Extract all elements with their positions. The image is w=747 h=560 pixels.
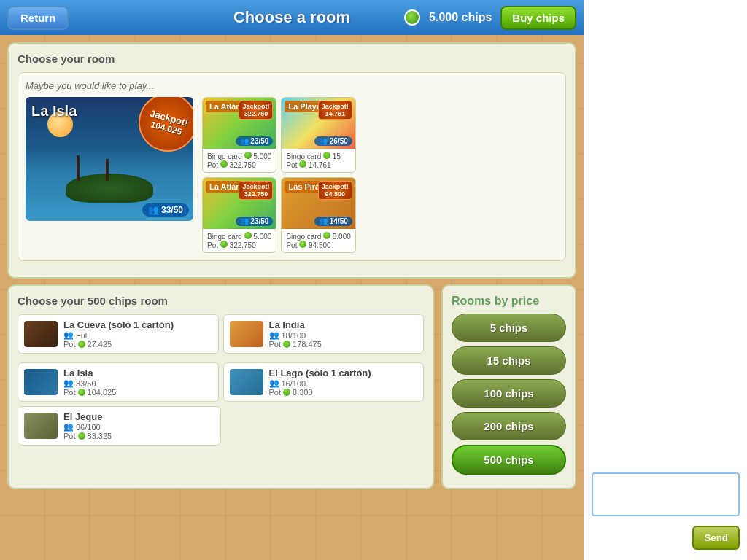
palm-icon-2 — [106, 159, 109, 181]
room-card-2[interactable]: La Atlántida Jackpot! 322.750 👥 23/50 Bi… — [202, 177, 276, 253]
featured-inner: La Isla 👥 33/50 Jackpot! 104.025 — [26, 97, 558, 253]
room-name: El Jeque — [63, 411, 214, 422]
room-thumbnail — [24, 369, 58, 395]
room-info: La Cueva (sólo 1 cartón) 👥 Full Pot 27.4… — [63, 319, 212, 349]
room-pot: Pot 83.325 — [63, 432, 214, 440]
room-list-item-4[interactable]: El Jeque 👥 36/100 Pot 83.325 — [18, 406, 221, 446]
send-button[interactable]: Send — [692, 526, 740, 550]
featured-room-name: La Isla — [31, 103, 77, 120]
chips-icon — [404, 9, 420, 26]
room-thumbnail — [24, 413, 58, 439]
right-panel: Send — [584, 0, 747, 560]
pot-chip-icon — [78, 341, 85, 348]
room-pot: Pot 178.475 — [269, 340, 418, 349]
players-icon: 👥 — [63, 422, 74, 432]
pot-value: 83.325 — [88, 432, 112, 440]
room-card-jackpot: Jackpot! 94.500 — [318, 181, 352, 200]
left-panel: Choose your room Maybe you would like to… — [7, 42, 576, 553]
room-players: 👥 18/100 — [269, 330, 418, 340]
room-name: La Cueva (sólo 1 cartón) — [63, 319, 212, 330]
page-title: Choose a room — [233, 8, 350, 27]
featured-section: Maybe you would like to play... La Isla … — [18, 72, 566, 261]
room-card-jackpot: Jackpot! 14.761 — [318, 101, 352, 120]
palm-icon-1 — [77, 155, 80, 181]
room-card-players: 👥 23/50 — [236, 217, 274, 226]
buy-chips-button[interactable]: Buy chips — [500, 6, 576, 30]
room-card-players: 👥 14/50 — [314, 217, 352, 226]
chips-room-section: Choose your 500 chips room La Cueva (sól… — [7, 284, 434, 489]
price-button-1[interactable]: 15 chips — [452, 346, 566, 375]
players-icon: 👥 — [269, 330, 279, 340]
room-card-jackpot: Jackpot! 322.750 — [239, 101, 273, 120]
price-button-2[interactable]: 100 chips — [452, 379, 566, 408]
room-list-item-2[interactable]: La Isla 👥 33/50 Pot 104.025 — [18, 362, 219, 402]
pot-value: 27.425 — [88, 340, 112, 349]
room-card-1[interactable]: La Playa Jackpot! 14.761 👥 26/50 Bingo c… — [281, 97, 355, 173]
room-list: La Cueva (sólo 1 cartón) 👥 Full Pot 27.4… — [18, 314, 424, 446]
room-players: 👥 16/100 — [269, 378, 418, 388]
rooms-by-price-title: Rooms by price — [452, 295, 566, 308]
price-button-3[interactable]: 200 chips — [452, 412, 566, 440]
room-card-3[interactable]: Las Pirámides Jackpot! 94.500 👥 14/50 Bi… — [281, 177, 355, 253]
room-info: La Isla 👥 33/50 Pot 104.025 — [63, 368, 212, 397]
price-button-0[interactable]: 5 chips — [452, 314, 566, 342]
chips-display: 5.000 chips Buy chips — [404, 6, 576, 30]
chips-section-title: Choose your 500 chips room — [18, 295, 424, 307]
room-pot: Pot 27.425 — [63, 340, 212, 349]
pot-label: Pot — [63, 388, 76, 397]
room-card-info: Bingo card 15 Pot 14.761 — [282, 149, 355, 172]
pot-label: Pot — [63, 340, 76, 349]
rooms-by-price: Rooms by price 5 chips15 chips100 chips2… — [441, 284, 576, 489]
room-players: 👥 36/100 — [63, 422, 214, 432]
room-name: La India — [269, 319, 418, 330]
room-card-jackpot: Jackpot! 322.750 — [239, 181, 273, 200]
pot-label: Pot — [63, 432, 76, 440]
room-info: El Lago (sólo 1 cartón) 👥 16/100 Pot 8.3… — [269, 368, 418, 397]
players-icon: 👥 — [148, 205, 159, 215]
room-name: La Isla — [63, 368, 212, 378]
room-info: El Jeque 👥 36/100 Pot 83.325 — [63, 411, 214, 440]
room-list-item-3[interactable]: El Lago (sólo 1 cartón) 👥 16/100 Pot 8.3… — [223, 362, 425, 402]
return-button[interactable]: Return — [7, 6, 69, 30]
price-buttons-container: 5 chips15 chips100 chips200 chips500 chi… — [452, 314, 566, 475]
pot-value: 8.300 — [293, 388, 313, 397]
pot-chip-icon — [283, 341, 290, 348]
room-list-item-1[interactable]: La India 👥 18/100 Pot 178.475 — [223, 314, 425, 354]
featured-label: Maybe you would like to play... — [26, 80, 558, 91]
featured-room-image[interactable]: La Isla 👥 33/50 Jackpot! 104.025 — [26, 97, 193, 221]
price-button-4[interactable]: 500 chips — [452, 445, 566, 475]
room-pot: Pot 8.300 — [269, 388, 418, 397]
featured-players: 👥 33/50 — [142, 203, 189, 217]
main-content: Choose your room Maybe you would like to… — [0, 35, 584, 560]
status-icon: 👥 — [63, 330, 74, 340]
room-card-info: Bingo card 5.000 Pot 322.750 — [203, 229, 276, 252]
room-thumbnail — [24, 321, 58, 347]
pot-chip-icon — [78, 432, 85, 440]
pot-value: 104.025 — [88, 388, 117, 397]
chips-amount: 5.000 chips — [429, 11, 492, 24]
room-list-item-0[interactable]: La Cueva (sólo 1 cartón) 👥 Full Pot 27.4… — [18, 314, 219, 354]
room-card-players: 👥 26/50 — [314, 136, 352, 146]
room-container: Choose your room Maybe you would like to… — [7, 42, 576, 279]
room-players: 👥 33/50 — [63, 378, 212, 388]
pot-chip-icon — [78, 389, 85, 396]
room-name: El Lago (sólo 1 cartón) — [269, 368, 418, 378]
header: Return Choose a room 5.000 chips Buy chi… — [0, 0, 584, 35]
bottom-area: Choose your 500 chips room La Cueva (sól… — [7, 284, 576, 489]
pot-chip-icon — [283, 389, 290, 396]
room-card-info: Bingo card 5.000 Pot 322.750 — [203, 149, 276, 172]
section-title: Choose your room — [18, 52, 566, 65]
room-info: La India 👥 18/100 Pot 178.475 — [269, 319, 418, 349]
room-pot: Pot 104.025 — [63, 388, 212, 397]
players-icon: 👥 — [63, 378, 74, 388]
chat-input[interactable] — [592, 472, 740, 516]
players-icon: 👥 — [269, 378, 279, 388]
pot-label: Pot — [269, 388, 282, 397]
room-thumbnail — [230, 369, 263, 395]
room-card-info: Bingo card 5.000 Pot 94.500 — [282, 229, 355, 252]
pot-value: 178.475 — [293, 340, 322, 349]
pot-label: Pot — [269, 340, 282, 349]
room-thumbnail — [230, 321, 263, 347]
room-card-players: 👥 23/50 — [236, 136, 274, 146]
room-card-0[interactable]: La Atlántida Jackpot! 322.750 👥 23/50 Bi… — [202, 97, 276, 173]
